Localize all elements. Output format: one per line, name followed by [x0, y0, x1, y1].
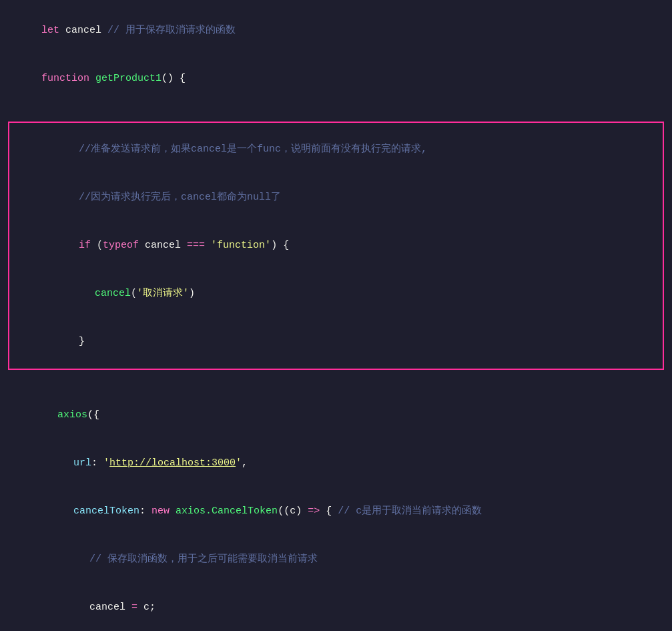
code-line-2: function getProduct1() { [0, 55, 672, 103]
code-line-3 [0, 103, 672, 119]
hl1-line-3: if (typeof cancel === 'function') { [9, 222, 663, 270]
hl1-line-1: //准备发送请求前，如果cancel是一个func，说明前面有没有执行完的请求, [9, 126, 663, 174]
code-line-url: url: 'http://localhost:3000', [0, 439, 672, 487]
code-line-blank2 [0, 375, 672, 391]
highlight-box-1: //准备发送请求前，如果cancel是一个func，说明前面有没有执行完的请求,… [8, 122, 664, 370]
code-line-canceltoken: cancelToken: new axios.CancelToken((c) =… [0, 487, 672, 536]
code-line-comment2: // 保存取消函数，用于之后可能需要取消当前请求 [0, 536, 672, 584]
code-line-cancel-assign: cancel = c; [0, 584, 672, 631]
code-line-1: let cancel // 用于保存取消请求的函数 [0, 7, 672, 55]
hl1-line-5: } [9, 318, 663, 366]
code-editor: let cancel // 用于保存取消请求的函数 function getPr… [0, 0, 672, 631]
code-line-axios: axios({ [0, 391, 672, 439]
hl1-line-2: //因为请求执行完后，cancel都命为null了 [9, 174, 663, 222]
hl1-line-4: cancel('取消请求') [9, 270, 663, 318]
